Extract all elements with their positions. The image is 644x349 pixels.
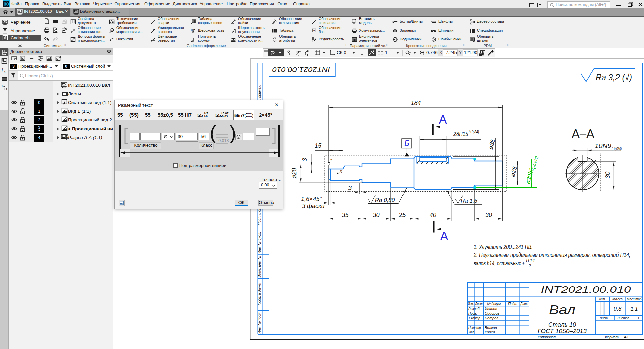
svg-text:Т.контр.: Т.контр. xyxy=(468,316,481,320)
svg-text:Масштаб: Масштаб xyxy=(627,297,642,301)
svg-text:1. Улучшить 200...241 НВ.: 1. Улучшить 200...241 НВ. xyxy=(474,243,533,250)
svg-text:Б: Б xyxy=(404,139,409,148)
svg-text:X: X xyxy=(339,169,342,173)
svg-text:Копировал: Копировал xyxy=(538,335,556,339)
svg-text:Лист: Лист xyxy=(599,316,608,320)
svg-text:30: 30 xyxy=(373,212,379,218)
svg-text:f: f xyxy=(2,67,4,72)
svg-text:А–А: А–А xyxy=(572,127,594,141)
svg-text:А: А xyxy=(439,113,447,127)
svg-text:30: 30 xyxy=(485,212,492,218)
svg-text:А: А xyxy=(440,229,448,243)
svg-text:№ докум.: № докум. xyxy=(487,302,502,306)
svg-text:ø20: ø20 xyxy=(291,168,298,179)
svg-text:3: 3 xyxy=(348,185,352,191)
svg-text:Y: Y xyxy=(330,158,333,162)
svg-text:3: 3 xyxy=(301,158,308,161)
svg-text:Лист: Лист xyxy=(475,302,483,306)
svg-text:x: x xyxy=(4,70,6,73)
svg-text:Формат: Формат xyxy=(605,335,619,339)
svg-text:28H15: 28H15 xyxy=(453,131,468,137)
svg-text:Иванов: Иванов xyxy=(485,307,497,311)
svg-text:Конев: Конев xyxy=(485,330,495,334)
svg-text:Сталь 10: Сталь 10 xyxy=(548,321,576,328)
svg-text:Петров: Петров xyxy=(485,316,498,320)
svg-text:IT14: IT14 xyxy=(526,258,535,263)
svg-text:30: 30 xyxy=(604,171,611,178)
svg-text:Дата: Дата xyxy=(520,302,528,306)
svg-text:.: . xyxy=(536,260,537,267)
svg-text:Пров.: Пров. xyxy=(468,311,477,315)
svg-text:INT2021.00.010: INT2021.00.010 xyxy=(272,66,330,74)
svg-text:10N9: 10N9 xyxy=(595,143,611,149)
svg-text:(+0,84): (+0,84) xyxy=(469,130,479,134)
svg-text:Подп. и дата: Подп. и дата xyxy=(257,283,261,305)
svg-text:Разраб.: Разраб. xyxy=(468,307,480,311)
svg-text:Ra 0,80: Ra 0,80 xyxy=(375,197,395,203)
svg-text:2: 2 xyxy=(6,88,7,91)
svg-text:1: 1 xyxy=(1,85,3,88)
svg-text:Ra 3,2 (√): Ra 3,2 (√) xyxy=(596,72,632,82)
svg-text:INT2021.00.010: INT2021.00.010 xyxy=(541,285,631,295)
svg-text:Листов: Листов xyxy=(617,316,629,320)
svg-text:25: 25 xyxy=(398,212,406,218)
svg-text:15: 15 xyxy=(315,142,322,149)
svg-text:Ra 1,6: Ra 1,6 xyxy=(461,198,478,204)
svg-text:3 фаски: 3 фаски xyxy=(302,203,325,209)
svg-text:(–0,036): (–0,036) xyxy=(612,147,622,151)
svg-text:Вал: Вал xyxy=(549,303,575,317)
svg-text:Сидоров: Сидоров xyxy=(485,311,499,315)
svg-text:А3: А3 xyxy=(623,335,628,339)
svg-text:Лит.: Лит. xyxy=(599,297,606,301)
svg-text:0,8: 0,8 xyxy=(614,306,621,312)
svg-text:Волков: Волков xyxy=(485,326,497,330)
svg-text:Изм.: Изм. xyxy=(468,302,474,306)
svg-text:2. Неуказанные предельные откл: 2. Неуказанные предельные отклонения раз… xyxy=(473,251,630,258)
svg-text:ГОСТ 1050–2013: ГОСТ 1050–2013 xyxy=(538,328,587,334)
svg-text:Инв. № дубл.: Инв. № дубл. xyxy=(257,232,261,254)
svg-text:1:1: 1:1 xyxy=(630,306,638,312)
svg-text:Взам. инв. №: Взам. инв. № xyxy=(257,256,261,278)
svg-text:184: 184 xyxy=(411,100,421,106)
svg-text:40: 40 xyxy=(430,212,436,218)
svg-text:35: 35 xyxy=(342,212,349,218)
svg-text:валов h14, остальных ±: валов h14, остальных ± xyxy=(474,260,525,267)
svg-text:Утв.: Утв. xyxy=(468,330,475,334)
svg-text:2: 2 xyxy=(528,263,531,268)
svg-text:Подп.: Подп. xyxy=(508,302,517,306)
svg-text:Н.контр.: Н.контр. xyxy=(468,326,482,330)
svg-text:Инв. № подл.: Инв. № подл. xyxy=(257,311,261,333)
svg-text:1: 1 xyxy=(637,316,639,320)
svg-text:Масса: Масса xyxy=(612,297,623,301)
svg-text:1,6×45°: 1,6×45° xyxy=(301,196,322,202)
